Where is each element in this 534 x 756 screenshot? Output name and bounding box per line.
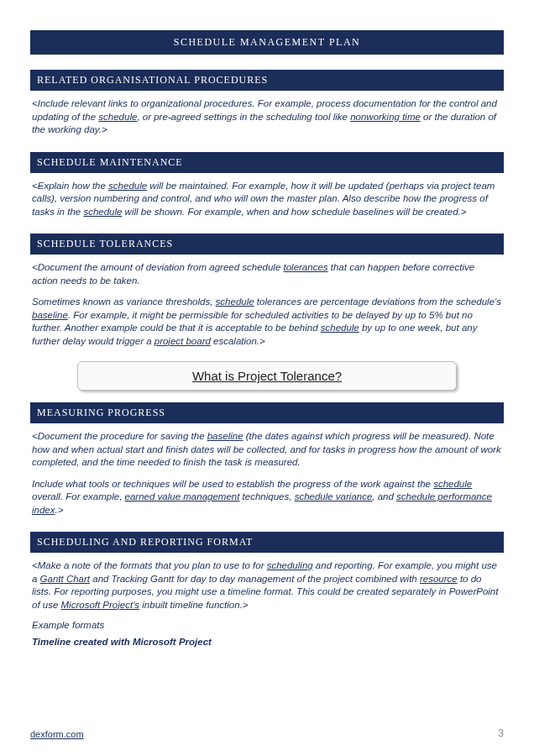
text-fragment: , and — [372, 491, 396, 501]
section-body: Sometimes known as variance thresholds, … — [30, 287, 504, 348]
section-body: Include what tools or techniques will be… — [30, 470, 504, 517]
text-fragment: .> — [55, 505, 64, 515]
text-fragment: escalation.> — [211, 336, 265, 346]
section-heading-schedule-maintenance: SCHEDULE MAINTENANCE — [30, 152, 504, 173]
text-fragment: inbuilt timeline function.> — [139, 600, 248, 610]
link-schedule-variance[interactable]: schedule variance — [295, 491, 373, 501]
link-earned-value-management[interactable]: earned value management — [125, 491, 240, 501]
footer-site-link[interactable]: dexform.com — [30, 729, 84, 739]
link-nonworking-time[interactable]: nonworking time — [350, 112, 421, 122]
text-fragment: <Document the procedure for saving the — [32, 431, 207, 441]
text-fragment: , or pre-agreed settings in the scheduli… — [137, 112, 350, 122]
timeline-caption: Timeline created with Microsoft Project — [30, 630, 504, 647]
text-fragment: <Document the amount of deviation from a… — [32, 262, 284, 272]
link-project-board[interactable]: project board — [154, 336, 211, 346]
link-schedule[interactable]: schedule — [216, 297, 254, 307]
link-baseline[interactable]: baseline — [207, 431, 243, 441]
link-baseline[interactable]: baseline — [32, 310, 68, 320]
text-fragment: techniques, — [239, 491, 294, 501]
link-schedule[interactable]: schedule — [108, 181, 147, 191]
section-heading-scheduling-reporting-format: SCHEDULING AND REPORTING FORMAT — [30, 532, 504, 553]
link-gantt-chart[interactable]: Gantt Chart — [40, 574, 90, 584]
section-heading-measuring-progress: MEASURING PROGRESS — [30, 402, 504, 423]
page-title: SCHEDULE MANAGEMENT PLAN — [30, 30, 504, 55]
page-footer: dexform.com 3 — [30, 727, 504, 739]
section-body: <Include relevant links to organizationa… — [30, 91, 504, 137]
section-body: <Document the procedure for saving the b… — [30, 423, 504, 470]
link-schedule[interactable]: schedule — [98, 112, 137, 122]
link-schedule[interactable]: schedule — [83, 207, 122, 217]
text-fragment: tolerances are percentage deviations fro… — [254, 297, 501, 307]
text-fragment: and Tracking Gantt for day to day manage… — [90, 574, 420, 584]
section-body: <Explain how the schedule will be mainta… — [30, 173, 504, 219]
link-resource[interactable]: resource — [420, 574, 458, 584]
section-heading-related-procedures: RELATED ORGANISATIONAL PROCEDURES — [30, 70, 504, 91]
callout-project-tolerance[interactable]: What is Project Tolerance? — [77, 361, 456, 391]
text-fragment: overall. For example, — [32, 491, 125, 501]
section-body: <Make a note of the formats that you pla… — [30, 553, 504, 612]
text-fragment: <Explain how the — [32, 181, 108, 191]
page-number: 3 — [498, 727, 504, 739]
text-fragment: Sometimes known as variance thresholds, — [32, 297, 216, 307]
link-schedule[interactable]: schedule — [321, 323, 359, 333]
text-fragment: Include what tools or techniques will be… — [32, 479, 433, 489]
link-scheduling[interactable]: scheduling — [267, 560, 313, 570]
example-formats-label: Example formats — [30, 612, 504, 630]
text-fragment: will be shown. For example, when and how… — [122, 207, 466, 217]
section-heading-schedule-tolerances: SCHEDULE TOLERANCES — [30, 234, 504, 255]
section-body: <Document the amount of deviation from a… — [30, 255, 504, 287]
text-fragment: <Make a note of the formats that you pla… — [32, 560, 267, 570]
link-tolerances[interactable]: tolerances — [284, 262, 328, 272]
link-microsoft-project[interactable]: Microsoft Project's — [61, 600, 140, 610]
link-schedule[interactable]: schedule — [433, 479, 472, 489]
